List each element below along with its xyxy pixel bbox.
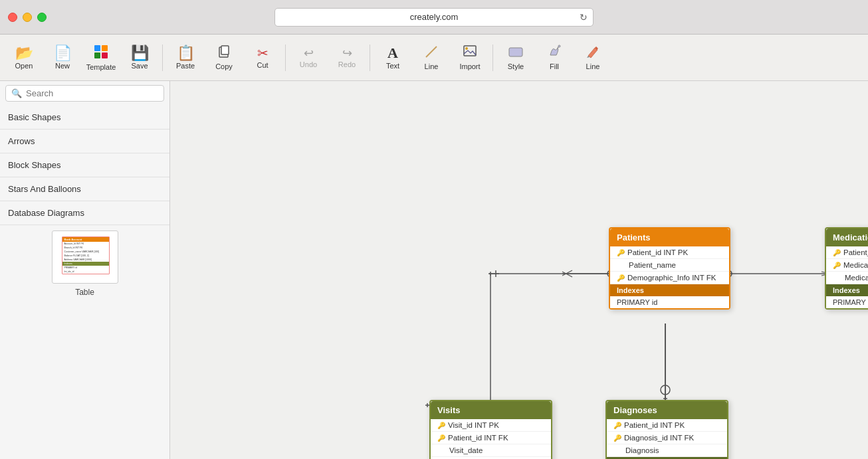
key-icon-m1: 🔑 xyxy=(833,249,841,256)
sidebar-item-database-diagrams[interactable]: Database Diagrams xyxy=(0,201,169,225)
titlebar: creately.com ↻ xyxy=(0,0,868,35)
basic-shapes-label: Basic Shapes xyxy=(8,112,61,122)
diagnoses-title: Diagnoses xyxy=(613,405,657,415)
medication-title: Medication xyxy=(833,232,868,242)
redo-button[interactable]: ↪ Redo xyxy=(328,38,366,78)
fill-label: Fill xyxy=(550,62,559,70)
key-icon-m2: 🔑 xyxy=(833,262,841,269)
table-patients[interactable]: Patients 🔑 Patient_id INT PK Patient_nam… xyxy=(609,227,730,310)
patients-title: Patients xyxy=(617,232,651,242)
visits-body: 🔑 Visit_id INT PK 🔑 Patient_id INT FK Vi… xyxy=(431,419,551,459)
arrows-label: Arrows xyxy=(8,136,35,146)
line-button[interactable]: Line xyxy=(413,38,450,78)
thumbnail-image[interactable]: Bank Account Account_Id INT FK Branch_Id… xyxy=(52,230,118,284)
stars-balloons-label: Stars And Balloons xyxy=(8,184,81,194)
text-button[interactable]: A Text xyxy=(374,38,411,78)
patients-row-3: 🔑 Demographic_Info INT FK xyxy=(610,272,729,284)
medication-body: 🔑 Patient_id INT PK 🔑 Medication_id INT … xyxy=(826,246,868,308)
search-input[interactable] xyxy=(26,88,158,98)
key-icon-3: 🔑 xyxy=(617,274,625,282)
svg-line-14 xyxy=(562,270,572,276)
sidebar-thumbnail-area: Bank Account Account_Id INT FK Branch_Id… xyxy=(0,225,169,302)
copy-button[interactable]: Copy xyxy=(205,38,243,78)
svg-rect-9 xyxy=(509,48,522,56)
new-label: New xyxy=(55,62,70,70)
import-button[interactable]: Import xyxy=(451,38,488,78)
template-label: Template xyxy=(86,63,116,71)
search-box[interactable]: 🔍 xyxy=(5,85,164,102)
table-medication[interactable]: Medication 🔑 Patient_id INT PK 🔑 Medicat… xyxy=(825,227,868,310)
save-icon: 💾 xyxy=(131,46,149,60)
draw-line-button[interactable]: Line xyxy=(574,38,611,78)
key-icon-d1: 🔑 xyxy=(613,422,621,429)
copy-label: Copy xyxy=(215,62,233,70)
separator-1 xyxy=(162,45,163,71)
save-label: Save xyxy=(131,62,148,70)
redo-icon: ↪ xyxy=(342,47,352,59)
medication-header: Medication xyxy=(826,229,868,246)
search-icon: 🔍 xyxy=(11,88,22,98)
cut-button[interactable]: ✂ Cut xyxy=(244,38,281,78)
key-icon-v1: 🔑 xyxy=(437,422,445,429)
save-button[interactable]: 💾 Save xyxy=(121,38,158,78)
diagnoses-header: Diagnoses xyxy=(607,401,727,419)
svg-rect-0 xyxy=(94,45,100,51)
close-button[interactable] xyxy=(8,13,17,22)
svg-rect-1 xyxy=(102,45,108,51)
pencil-icon xyxy=(586,45,600,61)
separator-2 xyxy=(285,45,286,71)
medication-row-1: 🔑 Patient_id INT PK xyxy=(826,246,868,259)
canvas-area[interactable]: Patients 🔑 Patient_id INT PK Patient_nam… xyxy=(170,81,868,459)
separator-3 xyxy=(370,45,370,71)
visits-row-2: 🔑 Patient_id INT FK xyxy=(431,432,551,444)
separator-4 xyxy=(492,45,493,71)
new-icon: 📄 xyxy=(54,46,72,60)
sidebar-item-arrows[interactable]: Arrows xyxy=(0,130,169,153)
visits-title: Visits xyxy=(437,405,460,415)
template-button[interactable]: Template xyxy=(82,38,120,78)
diagnoses-body: 🔑 Patient_id INT PK 🔑 Diagnosis_id INT F… xyxy=(607,419,727,459)
paste-button[interactable]: 📋 Paste xyxy=(167,38,204,78)
toolbar: 📂 Open 📄 New Template 💾 Save 📋 Paste Cop… xyxy=(0,35,868,81)
block-shapes-label: Block Shapes xyxy=(8,160,61,170)
maximize-button[interactable] xyxy=(37,13,47,22)
medication-row-3: Medication_name xyxy=(826,272,868,284)
fill-button[interactable]: Fill xyxy=(536,38,573,78)
svg-rect-5 xyxy=(221,46,229,54)
new-button[interactable]: 📄 New xyxy=(44,38,81,78)
table-visits[interactable]: Visits 🔑 Visit_id INT PK 🔑 Patient_id IN… xyxy=(429,400,552,459)
line2-label: Line xyxy=(586,62,600,70)
sidebar-item-basic-shapes[interactable]: Basic Shapes xyxy=(0,106,169,130)
diagnoses-row-1: 🔑 Patient_id INT PK xyxy=(607,419,727,432)
refresh-icon[interactable]: ↻ xyxy=(580,12,588,23)
sidebar-item-block-shapes[interactable]: Block Shapes xyxy=(0,153,169,177)
redo-label: Redo xyxy=(338,60,356,68)
undo-icon: ↩ xyxy=(304,47,314,59)
table-diagnoses[interactable]: Diagnoses 🔑 Patient_id INT PK 🔑 Diagnosi… xyxy=(605,400,728,459)
template-icon xyxy=(93,44,109,62)
key-icon-d2: 🔑 xyxy=(613,434,621,442)
sidebar: 🔍 Basic Shapes Arrows Block Shapes Stars… xyxy=(0,81,170,459)
cut-icon: ✂ xyxy=(257,46,269,60)
patients-indexes-header: Indexes xyxy=(610,284,729,296)
minimize-button[interactable] xyxy=(23,13,32,22)
patients-body: 🔑 Patient_id INT PK Patient_name 🔑 Demog… xyxy=(610,246,729,308)
diagnoses-row-3: Diagnosis xyxy=(607,444,727,457)
sidebar-item-stars-balloons[interactable]: Stars And Balloons xyxy=(0,177,169,201)
medication-indexes-header: Indexes xyxy=(826,284,868,296)
svg-line-13 xyxy=(562,272,572,277)
svg-rect-2 xyxy=(94,52,100,58)
traffic-lights xyxy=(8,13,47,22)
undo-button[interactable]: ↩ Undo xyxy=(290,38,327,78)
url-text: creately.com xyxy=(410,12,459,22)
open-icon: 📂 xyxy=(15,46,33,60)
visits-row-1: 🔑 Visit_id INT PK xyxy=(431,419,551,432)
paste-label: Paste xyxy=(176,62,195,70)
undo-label: Undo xyxy=(300,60,317,68)
style-button[interactable]: Style xyxy=(497,38,534,78)
database-diagrams-label: Database Diagrams xyxy=(8,208,84,218)
cut-label: Cut xyxy=(257,61,268,69)
url-bar[interactable]: creately.com ↻ xyxy=(274,8,594,27)
open-button[interactable]: 📂 Open xyxy=(5,38,43,78)
text-icon: A xyxy=(387,46,398,60)
